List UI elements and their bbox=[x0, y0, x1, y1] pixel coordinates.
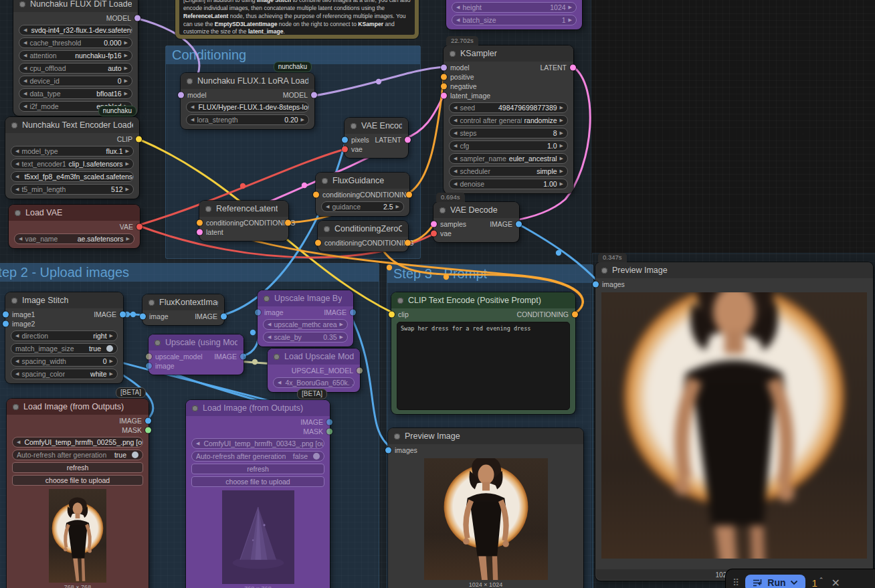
increment-arrow-icon[interactable]: ▶ bbox=[126, 187, 129, 192]
input-port-positive[interactable] bbox=[441, 74, 447, 80]
decrement-arrow-icon[interactable]: ◀ bbox=[23, 53, 27, 58]
widget-sampler-name[interactable]: ◀sampler_nameeuler_ancestral▶ bbox=[449, 153, 568, 164]
widget-steps[interactable]: ◀steps8▶ bbox=[449, 128, 568, 138]
output-port-MASK[interactable] bbox=[326, 429, 332, 435]
node-header[interactable]: Load Image (from Outputs) bbox=[7, 399, 149, 415]
decrement-arrow-icon[interactable]: ◀ bbox=[456, 5, 460, 10]
input-port-conditioning[interactable] bbox=[313, 192, 319, 198]
preview-image-right-node[interactable]: 0.347sPreview Imageimages 1024 × 1024 bbox=[595, 262, 873, 581]
increment-arrow-icon[interactable]: ▶ bbox=[560, 156, 563, 161]
widget-lora-strength[interactable]: ◀lora_strength0.20▶ bbox=[186, 114, 309, 125]
collapse-dot-icon[interactable] bbox=[440, 207, 446, 213]
empty-latent-node[interactable]: EmptySD3LatentImage◀height1024▶◀batch_si… bbox=[446, 0, 582, 29]
decrement-arrow-icon[interactable]: ◀ bbox=[454, 143, 457, 149]
output-port-IMAGE[interactable] bbox=[516, 221, 522, 227]
node-header[interactable]: CLIP Text Encode (Positive Prompt) bbox=[391, 292, 575, 308]
collapse-dot-icon[interactable] bbox=[155, 340, 161, 346]
input-port-images[interactable] bbox=[593, 282, 599, 288]
input-port-image2[interactable] bbox=[3, 321, 9, 327]
decrement-arrow-icon[interactable]: ◀ bbox=[23, 27, 27, 33]
collapse-dot-icon[interactable] bbox=[19, 1, 25, 7]
widget-denoise[interactable]: ◀denoise1.00▶ bbox=[449, 179, 568, 189]
collapse-dot-icon[interactable] bbox=[15, 210, 21, 216]
node-header[interactable]: Nunchaku Text Encoder Loader V2 bbox=[5, 117, 139, 133]
node-header[interactable]: Load VAE bbox=[9, 205, 140, 221]
node-header[interactable]: Nunchaku FLUX.1 LoRA Loader bbox=[181, 73, 314, 89]
widget-flux-hyper-flux-1-dev-8steps-lora-[interactable]: ◀FLUX/Hyper-FLUX.1-dev-8steps-lora. ...▶ bbox=[186, 102, 309, 112]
input-port-conditioning[interactable] bbox=[197, 220, 203, 226]
collapse-dot-icon[interactable] bbox=[274, 354, 280, 360]
output-port-IMAGE[interactable] bbox=[326, 419, 332, 425]
decrement-arrow-icon[interactable]: ◀ bbox=[15, 359, 19, 364]
decrement-arrow-icon[interactable]: ◀ bbox=[191, 117, 194, 122]
input-port-negative[interactable] bbox=[441, 84, 447, 90]
reference-latent-node[interactable]: ReferenceLatentconditioningCONDITIONINGl… bbox=[199, 201, 288, 241]
widget-svdq-int4-r32-flux-1-dev-safetens-[interactable]: ◀svdq-int4_r32-flux.1-dev.safetens ...▶ bbox=[19, 25, 132, 35]
widget-batch-size[interactable]: ◀batch_size1▶ bbox=[452, 15, 577, 25]
refresh-button[interactable]: refresh bbox=[191, 464, 324, 474]
node-header[interactable]: Upscale (using Model) bbox=[149, 334, 244, 351]
increment-arrow-icon[interactable]: ▶ bbox=[124, 78, 128, 84]
image-stitch-node[interactable]: Image Stitchimage1IMAGEimage2◀directionr… bbox=[5, 292, 123, 383]
widget-scheduler[interactable]: ◀schedulersimple▶ bbox=[449, 166, 568, 177]
increment-arrow-icon[interactable]: ▶ bbox=[560, 143, 563, 149]
widget-device-id[interactable]: ◀device_id0▶ bbox=[19, 76, 132, 86]
node-header[interactable]: ReferenceLatent bbox=[199, 201, 288, 217]
input-port-latent_image[interactable] bbox=[441, 93, 447, 99]
widget-text-encoder1[interactable]: ◀text_encoder1clip_l.safetensors▶ bbox=[11, 159, 134, 169]
increment-arrow-icon[interactable]: ▶ bbox=[396, 204, 399, 209]
node-header[interactable]: KSampler bbox=[444, 45, 573, 62]
node-header[interactable]: Load Upscale Model bbox=[268, 349, 360, 365]
increment-arrow-icon[interactable]: ▶ bbox=[560, 118, 563, 123]
node-header[interactable]: Preview Image bbox=[595, 262, 873, 278]
decrement-arrow-icon[interactable]: ◀ bbox=[15, 149, 19, 154]
widget-attention[interactable]: ◀attentionnunchaku-fp16▶ bbox=[19, 50, 132, 61]
node-header[interactable]: Preview Image bbox=[388, 428, 583, 444]
node-header[interactable]: Load Image (from Outputs) bbox=[186, 400, 330, 416]
collapse-dot-icon[interactable] bbox=[205, 206, 211, 212]
group-header[interactable]: Step 3 - Prompt bbox=[387, 265, 593, 283]
input-port-image[interactable] bbox=[255, 310, 261, 316]
flux-guidance-node[interactable]: FluxGuidanceconditioningCONDITIONING◀gui… bbox=[316, 173, 409, 216]
output-port-LATENT[interactable] bbox=[405, 137, 411, 143]
node-header[interactable]: Upscale Image By bbox=[258, 290, 353, 306]
input-port-samples[interactable] bbox=[431, 221, 437, 227]
group-header[interactable]: Step 2 - Upload images bbox=[0, 264, 379, 282]
decrement-arrow-icon[interactable]: ◀ bbox=[454, 130, 457, 136]
increment-arrow-icon[interactable]: ▶ bbox=[340, 322, 343, 327]
output-port-IMAGE[interactable] bbox=[145, 418, 151, 424]
decrement-arrow-icon[interactable]: ◀ bbox=[23, 66, 27, 71]
input-port-model[interactable] bbox=[441, 65, 447, 71]
upscale-using-model-node[interactable]: Upscale (using Model)upscale_modelIMAGEi… bbox=[149, 334, 244, 375]
increment-arrow-icon[interactable]: ▶ bbox=[126, 161, 129, 167]
node-header[interactable]: ConditioningZeroOut bbox=[318, 221, 408, 237]
input-port-vae[interactable] bbox=[342, 146, 348, 153]
output-port-CONDITIONING[interactable] bbox=[406, 192, 412, 198]
widget-tex-[interactable]: ◀tex…t5xxl_fp8_e4m3fn_scaled.safetensors… bbox=[11, 171, 134, 182]
output-port-IMAGE[interactable] bbox=[350, 310, 356, 316]
refresh-button[interactable]: refresh bbox=[12, 462, 143, 473]
decrement-arrow-icon[interactable]: ◀ bbox=[15, 187, 19, 192]
vae-decode-node[interactable]: 0.694sVAE DecodesamplesIMAGEvae bbox=[433, 202, 519, 242]
decrement-arrow-icon[interactable]: ◀ bbox=[278, 380, 281, 385]
stepper-up-icon[interactable]: ⌃⌄ bbox=[819, 577, 824, 588]
conditioning-zero-out-node[interactable]: ConditioningZeroOutconditioningCONDITION… bbox=[318, 221, 408, 252]
lora-loader-node[interactable]: nunchakuNunchaku FLUX.1 LoRA Loadermodel… bbox=[181, 73, 314, 129]
increment-arrow-icon[interactable]: ▶ bbox=[301, 117, 304, 122]
widget-auto-refresh-after-generation[interactable]: Auto-refresh after generationtrue bbox=[12, 450, 143, 460]
increment-arrow-icon[interactable]: ▶ bbox=[110, 359, 113, 364]
increment-arrow-icon[interactable]: ▶ bbox=[124, 53, 128, 58]
collapse-dot-icon[interactable] bbox=[324, 226, 330, 232]
node-header[interactable]: FluxKontextImageScale bbox=[142, 294, 224, 310]
ksampler-node[interactable]: 22.702sKSamplermodelLATENTpositivenegati… bbox=[444, 45, 573, 193]
widget-model-type[interactable]: ◀model_typeflux.1▶ bbox=[11, 146, 134, 157]
decrement-arrow-icon[interactable]: ◀ bbox=[23, 40, 27, 45]
preview-image-mid-node[interactable]: Preview Imageimages 1024 × 1024 bbox=[388, 428, 583, 588]
decrement-arrow-icon[interactable]: ◀ bbox=[23, 104, 27, 109]
toggle-knob[interactable] bbox=[132, 452, 138, 458]
vae-encode-node[interactable]: VAE EncodepixelsLATENTvae bbox=[345, 118, 408, 158]
input-port-images[interactable] bbox=[385, 448, 391, 454]
widget-4x-boorugan-650k-[interactable]: ◀4x_BooruGan_650k. ...▶ bbox=[273, 377, 355, 388]
output-port-CONDITIONING[interactable] bbox=[285, 220, 291, 226]
decrement-arrow-icon[interactable]: ◀ bbox=[454, 156, 457, 161]
